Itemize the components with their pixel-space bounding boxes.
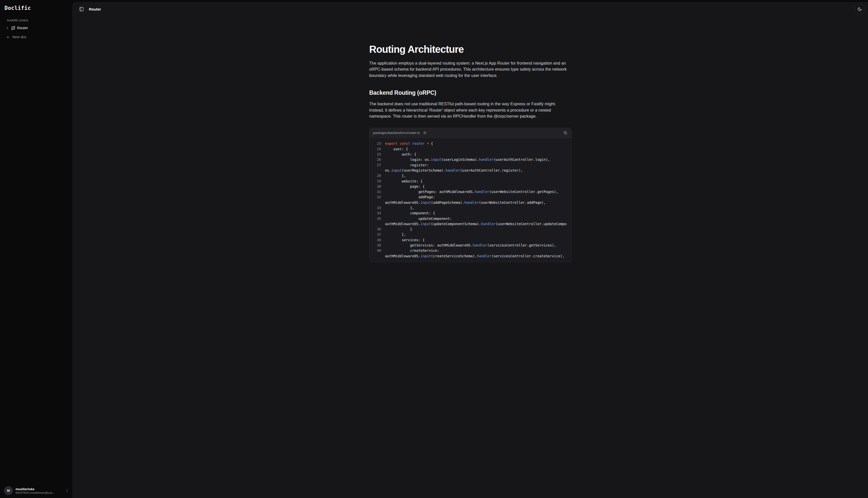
code-text: user: { (385, 146, 434, 152)
code-text: login: os.input(userLoginSchema).handler… (385, 157, 434, 162)
line-number: 32 (370, 195, 381, 205)
code-text: website: { (385, 179, 434, 184)
code-text: getPages: authMiddlewareOS.handler(userW… (385, 189, 434, 195)
code-filename: packages/backend/src/router.ts (373, 131, 420, 135)
doc-section-heading: Backend Routing (oRPC) (369, 90, 434, 96)
line-number: 23 (370, 141, 381, 146)
doc-section-paragraph: The backend does not use traditional RES… (369, 101, 434, 119)
code-text: } (385, 227, 434, 232)
code-line: 38 services: { (370, 237, 434, 243)
chevron-right-icon[interactable] (5, 26, 9, 30)
code-line: 23export const router = { (370, 141, 434, 146)
sidebar-toggle-button[interactable] (77, 5, 85, 13)
line-number: 40 (370, 248, 381, 249)
code-text: updateComponent: authMiddlewareOS.input(… (385, 216, 434, 227)
code-line: 34 component: { (370, 211, 434, 216)
line-number: 37 (370, 232, 381, 237)
line-number: 39 (370, 243, 381, 248)
line-number: 29 (370, 179, 381, 184)
code-line: 37 }, (370, 232, 434, 237)
code-line: 31 getPages: authMiddlewareOS.handler(us… (370, 189, 434, 195)
code-text: export const router = { (385, 141, 434, 146)
line-number: 33 (370, 205, 381, 211)
topbar: Router (73, 2, 434, 16)
gear-icon[interactable] (423, 130, 427, 135)
workspace-label: booklific (main) (0, 18, 72, 22)
code-line: 27 register: os.input(userRegisterSchema… (370, 162, 434, 173)
line-number: 24 (370, 146, 381, 152)
line-number: 30 (370, 184, 381, 189)
sidebar: Doclific booklific (main) Router New doc… (0, 0, 72, 249)
code-line: 36 } (370, 227, 434, 232)
code-text: services: { (385, 237, 434, 243)
code-text: }, (385, 232, 434, 237)
code-line: 39 getServices: authMiddlewareOS.handler… (370, 243, 434, 248)
code-line: 33 }, (370, 205, 434, 211)
app-logo: Doclific (0, 0, 72, 11)
code-block-header: packages/backend/src/router.ts (370, 128, 434, 138)
code-text: page: { (385, 184, 434, 189)
code-text: component: { (385, 211, 434, 216)
line-number: 38 (370, 237, 381, 243)
doc-intro-paragraph: The application employs a dual-layered r… (369, 60, 434, 78)
code-line: 29 website: { (370, 179, 434, 184)
code-text: createService: authMiddlewareOS.input(cr… (385, 248, 434, 249)
code-text: register: os.input(userRegisterSchema).h… (385, 162, 434, 173)
code-text: }, (385, 173, 434, 179)
line-number: 27 (370, 162, 381, 173)
code-line: 30 page: { (370, 184, 434, 189)
line-number: 28 (370, 173, 381, 179)
line-number: 36 (370, 227, 381, 232)
code-text: addPage: authMiddlewareOS.input(addPageS… (385, 195, 434, 205)
code-line: 25 auth: { (370, 152, 434, 157)
code-line: 28 }, (370, 173, 434, 179)
router-icon (11, 26, 15, 30)
code-text: auth: { (385, 152, 434, 157)
line-number: 34 (370, 211, 381, 216)
new-doc-button[interactable]: New doc (3, 32, 70, 41)
code-line: 26 login: os.input(userLoginSchema).hand… (370, 157, 434, 162)
new-doc-label: New doc (12, 35, 26, 39)
page-title: Router (89, 7, 101, 11)
sidebar-item-label: Router (17, 26, 28, 30)
line-number: 35 (370, 216, 381, 227)
code-line: 32 addPage: authMiddlewareOS.input(addPa… (370, 195, 434, 205)
main-panel: Router Routing Architecture The applicat… (72, 2, 434, 249)
sidebar-item-router[interactable]: Router (3, 24, 70, 32)
plus-icon (6, 35, 10, 39)
line-number: 26 (370, 157, 381, 162)
code-text: }, (385, 205, 434, 211)
doc-title: Routing Architecture (369, 44, 434, 55)
document: Routing Architecture The application emp… (369, 16, 434, 249)
code-block: packages/backend/src/router.ts 23export … (369, 128, 434, 249)
line-number: 31 (370, 189, 381, 195)
code-lines[interactable]: 23export const router = {24 user: {25 au… (370, 138, 434, 249)
code-text: getServices: authMiddlewareOS.handler(se… (385, 243, 434, 248)
line-number: 25 (370, 152, 381, 157)
code-line: 24 user: { (370, 146, 434, 152)
code-line: 35 updateComponent: authMiddlewareOS.inp… (370, 216, 434, 227)
code-line: 40 createService: authMiddlewareOS.input… (370, 248, 434, 249)
